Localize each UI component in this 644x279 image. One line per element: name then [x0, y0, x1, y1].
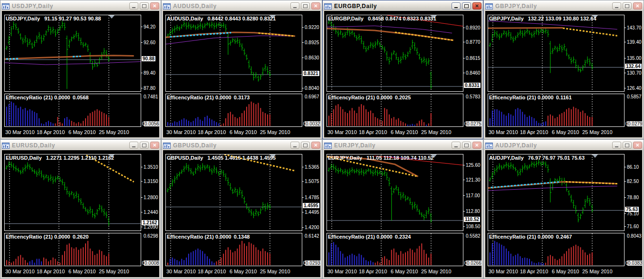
- close-button[interactable]: ✕: [633, 142, 642, 149]
- chart-client-area[interactable]: GBPUSD,Daily1.4505 1.4615 1.4438 1.4595 …: [163, 150, 320, 277]
- indicator-min-label: 0.0383: [627, 260, 642, 266]
- price-scale-label: 0.8925: [305, 40, 319, 45]
- price-scale[interactable]: 1.20901.24401.28001.31501.3510 1.2162 0.…: [142, 150, 159, 277]
- restore-button[interactable]: [301, 142, 310, 149]
- price-scale-label: 125.60: [466, 163, 481, 168]
- close-button[interactable]: ✕: [472, 2, 481, 10]
- price-scale[interactable]: 0.84600.86150.87700.8920 0.8331 0.5783 0…: [464, 11, 481, 137]
- chart-header: GBPJPY,Daily132.22 133.09 130.80 132.64: [489, 16, 596, 21]
- close-button[interactable]: ✕: [311, 142, 320, 149]
- window-titlebar[interactable]: EURGBP,Daily ✕: [323, 0, 483, 11]
- time-axis[interactable]: 30 Mar 2010 18 Apr 2010 6 May 2010 25 Ma…: [488, 268, 625, 276]
- indicator-header: EfficencyRatio (21) 0.00000.2620: [6, 234, 88, 240]
- restore-button[interactable]: [623, 142, 632, 149]
- minimize-button[interactable]: [129, 2, 138, 10]
- close-button[interactable]: ✕: [633, 2, 642, 10]
- time-axis[interactable]: 30 Mar 2010 18 Apr 2010 6 May 2010 25 Ma…: [327, 268, 464, 276]
- window-titlebar[interactable]: USDJPY,Daily ✕: [0, 0, 161, 11]
- price-chart[interactable]: [165, 15, 302, 92]
- restore-button[interactable]: [140, 142, 149, 149]
- indicator-min-label: 0.0279: [627, 121, 642, 126]
- chart-header: EURUSD,Daily1.2271 1.2295 1.2110 1.2162: [6, 155, 114, 161]
- price-scale-label: 1.4495: [305, 210, 319, 215]
- minimize-button[interactable]: [290, 142, 299, 149]
- chart-symbol-label: EURUSD,Daily: [6, 155, 42, 161]
- close-button[interactable]: ✕: [472, 142, 481, 149]
- price-scale-label: 130.70: [627, 70, 642, 76]
- indicator-scale-max: 0.6142: [305, 233, 319, 239]
- price-scale-label: 112.80: [466, 209, 480, 214]
- time-axis-label: 6 May 2010: [552, 269, 579, 274]
- indicator-header: EfficencyRatio (21) 0.00000.1161: [489, 95, 572, 100]
- close-button[interactable]: ✕: [150, 142, 159, 149]
- window-titlebar[interactable]: GBPUSD,Daily ✕: [162, 140, 322, 150]
- time-axis-label: 30 Mar 2010: [166, 129, 196, 135]
- minimize-button[interactable]: [612, 142, 621, 149]
- price-scale[interactable]: 1.42001.44951.47851.50751.5365 1.4595 0.…: [303, 150, 320, 277]
- current-price-box: 1.4595: [303, 203, 319, 208]
- price-scale[interactable]: 87.8089.4092.6094.20 90.88 0.7481 0.0000…: [142, 11, 159, 137]
- time-axis[interactable]: 30 Mar 2010 18 Apr 2010 6 May 2010 25 Ma…: [488, 129, 625, 136]
- chart-client-area[interactable]: AUDJPY,Daily76.97 76.97 75.01 75.63 Effi…: [485, 150, 642, 277]
- restore-button[interactable]: [462, 142, 471, 149]
- price-scale[interactable]: 0.80400.86300.89250.9220 0.8321 0.6967 0…: [303, 11, 320, 137]
- chart-workspace: USDJPY,Daily ✕ USDJPY,Daily91.15 91.27 9…: [0, 0, 644, 279]
- window-titlebar[interactable]: AUDUSD,Daily ✕: [162, 0, 322, 11]
- chart-client-area[interactable]: EURUSD,Daily1.2271 1.2295 1.2110 1.2162 …: [2, 150, 159, 277]
- indicator-min-label: 0.0275: [466, 121, 481, 126]
- restore-button[interactable]: [462, 2, 471, 10]
- indicator-min-label: 0.0056: [144, 121, 159, 126]
- minimize-button[interactable]: [612, 2, 621, 10]
- close-button[interactable]: ✕: [311, 2, 320, 10]
- price-scale-label: 87.80: [144, 86, 155, 91]
- time-axis[interactable]: 30 Mar 2010 18 Apr 2010 6 May 2010 25 Ma…: [165, 129, 303, 136]
- price-chart[interactable]: [327, 15, 463, 92]
- time-axis-label: 18 Apr 2010: [37, 129, 65, 135]
- indicator-scale-min: 0.0000 0.0032: [303, 121, 320, 127]
- price-scale-label: 86.10: [627, 164, 639, 170]
- price-chart[interactable]: [488, 15, 625, 92]
- price-scale[interactable]: 126.40130.70135.00139.40143.70 132.64 0.…: [625, 11, 642, 137]
- indicator-scale-min: 0.0000 0.0279: [625, 121, 642, 127]
- close-button[interactable]: ✕: [150, 2, 159, 10]
- chart-window-icon: [324, 3, 332, 9]
- chart-client-area[interactable]: USDJPY,Daily91.15 91.27 90.53 90.88 Effi…: [2, 11, 159, 137]
- chart-header: EURJPY,Daily111.05 112.18 109.74 110.52: [328, 155, 433, 161]
- time-axis-label: 25 May 2010: [421, 129, 452, 135]
- time-axis[interactable]: 30 Mar 2010 18 Apr 2010 6 May 2010 25 Ma…: [4, 129, 142, 136]
- chart-client-area[interactable]: EURGBP,Daily0.8458 0.8474 0.8323 0.8331 …: [324, 11, 481, 137]
- window-titlebar[interactable]: EURUSD,Daily ✕: [0, 140, 161, 150]
- window-title: USDJPY,Daily: [12, 3, 128, 10]
- chart-client-area[interactable]: EURJPY,Daily111.05 112.18 109.74 110.52 …: [324, 150, 481, 277]
- indicator-name: EfficencyRatio (21) 0.0000: [328, 95, 393, 100]
- chart-client-area[interactable]: AUDUSD,Daily0.8442 0.8443 0.8280 0.8321 …: [163, 11, 320, 137]
- price-chart[interactable]: [488, 154, 625, 231]
- price-chart[interactable]: [4, 15, 141, 92]
- window-titlebar[interactable]: AUDJPY,Daily ✕: [484, 140, 644, 150]
- minimize-button[interactable]: [290, 2, 299, 10]
- time-axis[interactable]: 30 Mar 2010 18 Apr 2010 6 May 2010 25 Ma…: [4, 268, 142, 276]
- restore-button[interactable]: [140, 2, 149, 10]
- price-chart[interactable]: [165, 154, 302, 231]
- scroll-marker-icon: [592, 154, 598, 158]
- chart-client-area[interactable]: GBPJPY,Daily132.22 133.09 130.80 132.64 …: [485, 11, 642, 137]
- window-titlebar[interactable]: EURJPY,Daily ✕: [323, 140, 483, 150]
- price-chart[interactable]: [4, 154, 141, 231]
- minimize-button[interactable]: [452, 2, 461, 10]
- price-scale[interactable]: 108.50112.80117.00121.30125.60 110.52 0.…: [464, 150, 481, 277]
- restore-button[interactable]: [623, 2, 632, 10]
- minimize-button[interactable]: [129, 142, 138, 149]
- window-title: EURUSD,Daily: [12, 142, 128, 149]
- price-scale[interactable]: 71.6075.1078.8082.5086.10 75.63 0.8043 0…: [625, 150, 642, 277]
- indicator-header: EfficencyRatio (21) 0.00000.1348: [167, 234, 250, 240]
- time-axis-label: 6 May 2010: [391, 129, 418, 135]
- chart-window-icon: [485, 142, 493, 148]
- time-axis[interactable]: 30 Mar 2010 18 Apr 2010 6 May 2010 25 Ma…: [327, 129, 464, 136]
- price-chart[interactable]: [327, 154, 463, 231]
- price-scale-label: 82.50: [627, 179, 639, 184]
- window-titlebar[interactable]: GBPJPY,Daily ✕: [484, 0, 644, 11]
- time-axis[interactable]: 30 Mar 2010 18 Apr 2010 6 May 2010 25 Ma…: [165, 268, 303, 276]
- indicator-name: EfficencyRatio (21) 0.0000: [6, 95, 70, 100]
- minimize-button[interactable]: [452, 142, 461, 149]
- restore-button[interactable]: [301, 2, 310, 10]
